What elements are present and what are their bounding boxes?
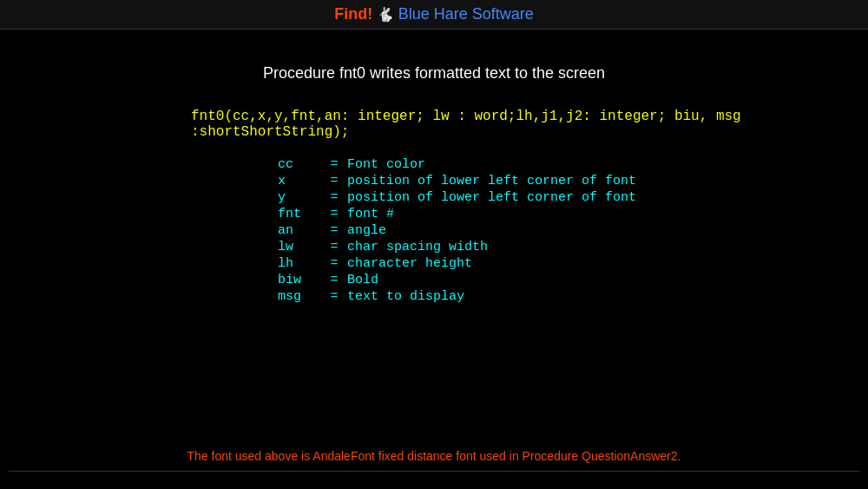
title-bar: Find! 🐇 Blue Hare Software	[0, 0, 868, 30]
param-desc: position of lower left corner of font	[347, 174, 636, 188]
param-desc: position of lower left corner of font	[347, 190, 636, 205]
param-row: biw = Bold	[278, 273, 833, 287]
param-name: y	[278, 190, 321, 205]
footer-note: The font used above is AndaleFont fixed …	[0, 449, 868, 463]
param-name: an	[278, 223, 321, 238]
param-row: lw = char spacing width	[278, 240, 833, 254]
param-eq: =	[321, 240, 347, 254]
param-name: msg	[278, 289, 321, 304]
main-content: Procedure fnt0 writes formatted text to …	[0, 30, 868, 323]
param-desc: char spacing width	[347, 240, 488, 254]
param-desc: Bold	[347, 273, 378, 287]
param-eq: =	[321, 157, 347, 172]
param-eq: =	[321, 273, 347, 287]
param-name: cc	[278, 157, 321, 172]
param-eq: =	[321, 174, 347, 188]
param-name: biw	[278, 273, 321, 287]
param-row: x = position of lower left corner of fon…	[278, 174, 833, 188]
param-name: x	[278, 174, 321, 188]
param-desc: Font color	[347, 157, 425, 172]
param-row: an = angle	[278, 223, 833, 238]
param-row: msg = text to display	[278, 289, 833, 304]
param-name: fnt	[278, 207, 321, 221]
find-label: Find!	[334, 5, 372, 23]
company-name: Blue Hare Software	[398, 5, 534, 23]
param-name: lh	[278, 256, 321, 271]
param-eq: =	[321, 256, 347, 271]
param-row: y = position of lower left corner of fon…	[278, 190, 833, 205]
param-row: cc = Font color	[278, 157, 833, 172]
function-signature: fnt0(cc,x,y,fnt,an: integer; lw : word;l…	[191, 109, 833, 140]
param-desc: font #	[347, 207, 394, 221]
param-desc: angle	[347, 223, 386, 238]
params-table: cc = Font colorx = position of lower lef…	[278, 157, 833, 304]
hare-icon: 🐇	[377, 7, 398, 22]
subtitle: Procedure fnt0 writes formatted text to …	[35, 64, 833, 83]
param-row: lh = character height	[278, 256, 833, 271]
param-eq: =	[321, 289, 347, 304]
param-name: lw	[278, 240, 321, 254]
param-desc: text to display	[347, 289, 464, 304]
bottom-border	[9, 471, 859, 472]
param-eq: =	[321, 190, 347, 205]
param-row: fnt = font #	[278, 207, 833, 221]
param-eq: =	[321, 207, 347, 221]
param-desc: character height	[347, 256, 472, 271]
param-eq: =	[321, 223, 347, 238]
